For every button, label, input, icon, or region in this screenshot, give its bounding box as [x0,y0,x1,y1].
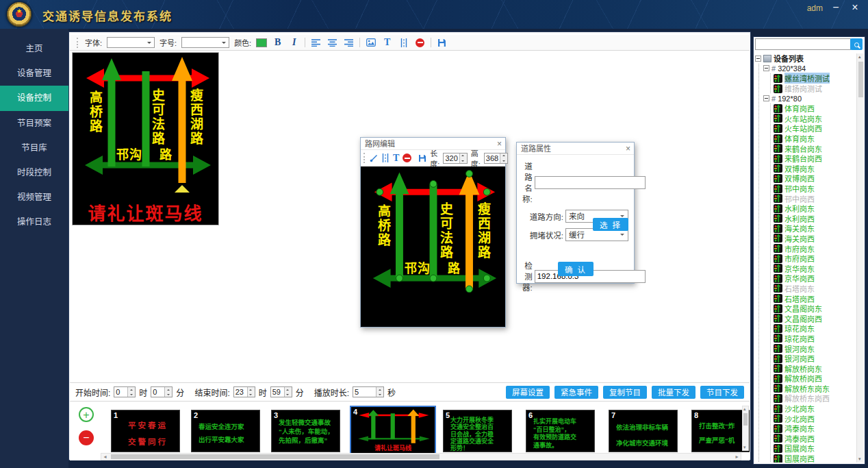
device-item[interactable]: 琼花岗西 [774,334,856,344]
search-button[interactable] [850,38,863,50]
start-minute-spinner[interactable]: 0 [151,386,173,397]
program-thumbnail[interactable]: 6 扎实开展电动车 “百日整治”， 有效预防道路交 通事故。 [526,410,595,452]
road-tool-icon[interactable] [381,153,390,164]
sidebar-item[interactable]: 节目预案 [0,111,68,136]
program-thumbnail-selected[interactable]: 4 请礼让斑马线 [350,406,436,454]
window-close-button[interactable]: × [849,1,861,14]
device-item[interactable]: 解放桥东岗东 [774,384,856,394]
program-thumbnail[interactable]: 7 依法治理非标车辆 净化城市交通环境 [609,410,678,452]
delete-icon[interactable] [403,153,411,164]
height-spinner[interactable]: 368 [484,153,508,164]
edit-handle[interactable] [483,275,490,282]
duration-spinner[interactable]: 5 [353,386,384,397]
sign-preview[interactable]: 高桥路 史可法路 瘦西湖路 邗沟 路 请礼让斑马线 [72,52,219,225]
search-input[interactable] [755,38,851,50]
edit-handle[interactable] [376,188,383,195]
sidebar-item[interactable]: 节目库 [0,136,68,160]
action-button[interactable]: 批量下发 [652,386,695,399]
edit-handle[interactable] [430,275,437,282]
italic-icon[interactable]: I [288,37,300,48]
edit-canvas[interactable]: 高桥路 史可法路 瘦西湖路 邗沟 路 请礼让斑马线 路网编辑 × T [70,51,750,381]
device-item[interactable]: 文昌阁岗东 [774,304,856,314]
save-icon[interactable] [436,37,448,48]
device-item[interactable]: 银河岗西 [774,354,856,364]
device-item[interactable]: 来鹤台岗西 [774,153,856,164]
image-icon[interactable] [365,37,376,48]
bold-icon[interactable]: B [272,37,283,48]
device-item[interactable]: 双博岗西 [774,173,856,184]
window-minimize-button[interactable]: − [830,1,842,14]
device-item[interactable]: 鸿泰岗东 [774,423,856,434]
action-button[interactable]: 屏幕设置 [506,386,550,399]
device-item[interactable]: 沙北岗西 [774,413,856,423]
device-item[interactable]: 石塔岗西 [774,293,856,304]
edit-handle[interactable] [430,180,437,187]
device-item[interactable]: 文昌阁岗西 [774,313,856,323]
device-item[interactable]: 邗中岗西 [774,193,856,204]
edit-handle[interactable] [483,188,490,195]
align-right-icon[interactable] [343,37,355,48]
select-detector-button[interactable]: 选 择 [593,218,628,231]
device-item[interactable]: 体育岗西 [774,103,856,114]
device-item[interactable]: 来鹤台岗东 [774,143,856,153]
sidebar-item[interactable]: 设备管理 [0,61,68,86]
program-thumbnail[interactable]: 5 大力开展秋冬季 交通安全整治百 日会战，全力稳 定道路交通安全 形势！ [443,410,512,452]
color-swatch[interactable] [256,38,267,47]
device-item[interactable]: 琼花岗东 [774,323,856,334]
road-tool-icon[interactable] [398,37,409,48]
sidebar-item[interactable]: 时段控制 [0,160,68,185]
action-button[interactable]: 节目下发 [700,386,744,399]
sidebar-item[interactable]: 操作日志 [0,210,68,234]
remove-program-button[interactable]: − [79,430,94,445]
add-program-button[interactable]: + [79,407,94,422]
scrollbar-thumb[interactable] [111,454,439,459]
sidebar-item[interactable]: 视频管理 [0,185,68,210]
edit-handle[interactable] [466,171,473,177]
size-select[interactable] [181,37,229,48]
close-icon[interactable]: × [626,143,630,155]
tree-root[interactable]: 设备列表 [755,53,856,64]
scrollbar-thumb[interactable] [858,62,863,97]
delete-icon[interactable] [414,37,426,48]
tree-scrollbar[interactable]: ▴▾ [856,53,864,463]
end-minute-spinner[interactable]: 59 [270,386,292,397]
text-tool-icon[interactable]: T [393,153,399,164]
length-spinner[interactable]: 320 [443,153,467,164]
program-thumbnail[interactable]: 1 平安春运 交警同行 [111,410,180,452]
roadprops-dialog-titlebar[interactable]: 道路属性 × [517,143,634,155]
device-item[interactable]: 市府岗东 [774,243,856,254]
device-item[interactable]: 体育岗东 [774,134,856,144]
program-thumbnail[interactable]: 3 发生轻微交通事故 “人未伤，车能动， 先拍照，后撤离” [271,410,340,452]
action-button[interactable]: 紧急事件 [554,386,598,399]
device-item[interactable]: 石塔岗东 [774,284,856,294]
device-item[interactable]: 京华岗西 [774,273,856,284]
sidebar-item[interactable]: 设备控制 [0,86,68,110]
device-item[interactable]: 水利岗东 [774,204,856,214]
edit-handle[interactable] [396,275,403,282]
device-group[interactable]: # 192*80 [763,93,856,103]
draw-line-icon[interactable] [370,153,378,164]
text-tool-icon[interactable]: T [381,37,393,48]
collapse-icon[interactable] [763,65,769,71]
edit-handle[interactable] [466,286,473,293]
device-item[interactable]: 京华岗东 [774,263,856,273]
collapse-icon[interactable] [755,56,761,62]
scrollbar-thumb[interactable] [743,413,748,426]
device-item[interactable]: 鸿泰岗西 [774,434,856,444]
roadnet-edit-canvas[interactable]: 高桥路 史可法路 瘦西湖路 邗沟 路 [361,167,505,327]
device-item[interactable]: 解放桥岗东 [774,363,856,373]
start-hour-spinner[interactable]: 0 [114,386,136,397]
roadnet-dialog-titlebar[interactable]: 路网编辑 × [361,138,505,150]
device-item[interactable]: 水利岗西 [774,214,856,224]
confirm-button[interactable]: 确 认 [558,262,593,276]
device-group[interactable]: # 320*384 [763,64,856,74]
device-item[interactable]: 银河岗东 [774,343,856,354]
save-icon[interactable] [418,153,426,164]
device-item[interactable]: 海关岗西 [774,234,856,244]
sidebar-item[interactable]: 主页 [0,36,68,61]
program-thumbnail[interactable]: 8 打击整改“炸 严查严惩“机 [691,410,750,452]
program-thumbnail[interactable]: 2 春运安全连万家 出行平安靠大家 [191,410,260,452]
action-button[interactable]: 复制节目 [603,386,647,399]
device-item[interactable]: 海关岗东 [774,223,856,234]
end-hour-spinner[interactable]: 23 [233,386,255,397]
